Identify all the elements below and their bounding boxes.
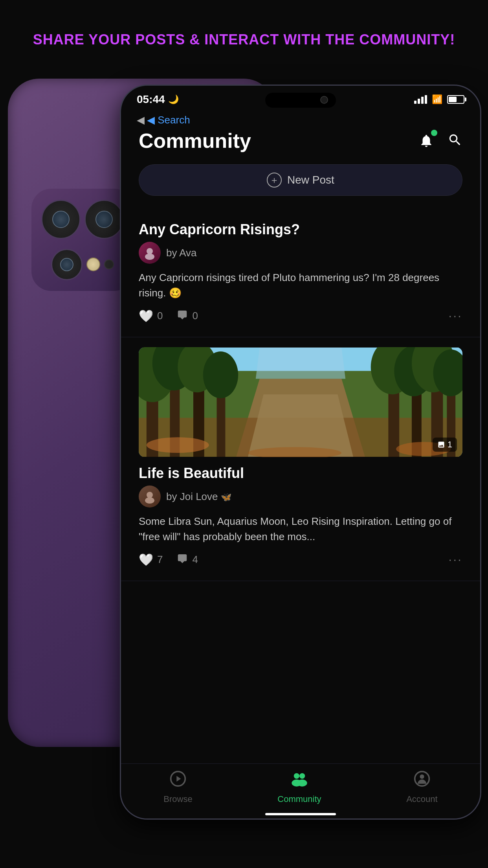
- post-1-actions: 🤍 0 0 ···: [139, 309, 462, 323]
- camera-flash: [86, 257, 100, 271]
- account-label: Account: [406, 794, 438, 804]
- camera-mic: [104, 259, 114, 269]
- post-2-header: by Joi Love 🦋: [139, 485, 462, 508]
- svg-point-31: [294, 773, 299, 779]
- nav-item-browse[interactable]: Browse: [163, 770, 192, 804]
- battery-fill: [449, 97, 457, 102]
- svg-point-0: [147, 248, 153, 254]
- post-2-like-button[interactable]: 🤍 7: [139, 553, 163, 566]
- post-1-title: Any Capricorn Risings?: [139, 221, 462, 238]
- post-card-2: 1 Life is Beautiful by Joi: [121, 337, 480, 581]
- app-screen: 05:44 🌙 📶 ◀ ◀ Search: [121, 86, 480, 818]
- comment-icon-2: [176, 552, 188, 567]
- post-1-more-button[interactable]: ···: [448, 309, 462, 323]
- svg-point-17: [203, 351, 238, 398]
- time-display: 05:44: [137, 93, 165, 106]
- feed: Any Capricorn Risings? by Ava Any Capric…: [121, 208, 480, 763]
- svg-point-1: [145, 254, 154, 260]
- post-1-likes: 0: [157, 310, 163, 322]
- new-post-label: New Post: [287, 174, 334, 186]
- svg-point-34: [297, 780, 307, 787]
- post-2-title: Life is Beautiful: [139, 465, 462, 482]
- search-button[interactable]: [448, 132, 462, 149]
- new-post-button[interactable]: ＋ New Post: [139, 164, 462, 196]
- battery-icon: [447, 95, 464, 104]
- svg-point-32: [299, 773, 305, 779]
- post-2-body: Some Libra Sun, Aquarius Moon, Leo Risin…: [139, 514, 462, 544]
- post-1-comment-button[interactable]: 0: [176, 309, 198, 323]
- camera-lens-ultra: [51, 249, 83, 280]
- post-1-author: by Ava: [166, 247, 197, 259]
- notification-badge: [431, 130, 437, 136]
- avatar-joi: [139, 485, 161, 508]
- post-2-image: 1: [139, 347, 462, 457]
- promo-header: SHARE YOUR POSTS & INTERACT WITH THE COM…: [16, 31, 472, 48]
- post-1-like-button[interactable]: 🤍 0: [139, 309, 163, 323]
- heart-icon-2: 🤍: [139, 553, 153, 566]
- post-1-header: by Ava: [139, 242, 462, 264]
- post-1-action-group: 🤍 0 0: [139, 309, 198, 323]
- back-button[interactable]: ◀ ◀ Search: [137, 114, 190, 126]
- post-2-likes: 7: [157, 554, 163, 566]
- nav-item-community[interactable]: Community: [277, 770, 321, 804]
- home-indicator: [265, 813, 336, 815]
- nav-item-account[interactable]: Account: [406, 770, 438, 804]
- status-time-group: 05:44 🌙: [137, 93, 179, 106]
- camera-module: [31, 189, 134, 291]
- heart-icon: 🤍: [139, 309, 153, 323]
- page-title: Community: [139, 129, 251, 153]
- signal-icon: [414, 95, 427, 104]
- image-count: 1: [448, 440, 452, 450]
- camera-lens-tele: [84, 200, 124, 239]
- butterfly-icon: 🦋: [221, 492, 231, 502]
- avatar-ava: [139, 242, 161, 264]
- svg-point-36: [420, 774, 424, 779]
- post-1-body: Any Capricorn risings tired of Pluto ham…: [139, 270, 462, 301]
- community-icon: [290, 770, 309, 791]
- post-2-action-group: 🤍 7 4: [139, 552, 198, 567]
- dynamic-island: [265, 93, 336, 108]
- svg-marker-26: [256, 348, 345, 379]
- svg-point-27: [147, 492, 153, 498]
- browse-icon: [169, 770, 187, 791]
- comment-icon: [176, 309, 188, 323]
- wifi-icon: 📶: [432, 94, 442, 105]
- bottom-nav: Browse Community: [121, 763, 480, 818]
- svg-point-23: [147, 437, 209, 453]
- post-card-1: Any Capricorn Risings? by Ava Any Capric…: [121, 208, 480, 337]
- svg-marker-30: [176, 776, 181, 782]
- header-actions: [417, 131, 462, 150]
- moon-icon: 🌙: [168, 94, 179, 105]
- post-2-comments: 4: [192, 554, 198, 566]
- account-icon: [413, 770, 431, 791]
- post-2-more-button[interactable]: ···: [448, 552, 462, 567]
- page-header: Community: [121, 129, 480, 153]
- notification-bell-button[interactable]: [417, 131, 436, 150]
- svg-point-28: [145, 497, 154, 504]
- phone-front-shell: 05:44 🌙 📶 ◀ ◀ Search: [120, 85, 481, 820]
- community-label: Community: [277, 794, 321, 804]
- new-post-plus-icon: ＋: [267, 173, 282, 188]
- image-counter: 1: [433, 438, 457, 452]
- post-2-author: by Joi Love 🦋: [166, 491, 231, 503]
- post-1-comments: 0: [192, 310, 198, 322]
- status-icons-group: 📶: [414, 94, 464, 105]
- back-arrow-icon: ◀: [137, 114, 145, 126]
- camera-lens-main: [41, 200, 81, 239]
- post-2-comment-button[interactable]: 4: [176, 552, 198, 567]
- post-2-actions: 🤍 7 4 ···: [139, 552, 462, 567]
- browse-label: Browse: [163, 794, 192, 804]
- back-label: ◀ Search: [147, 114, 190, 126]
